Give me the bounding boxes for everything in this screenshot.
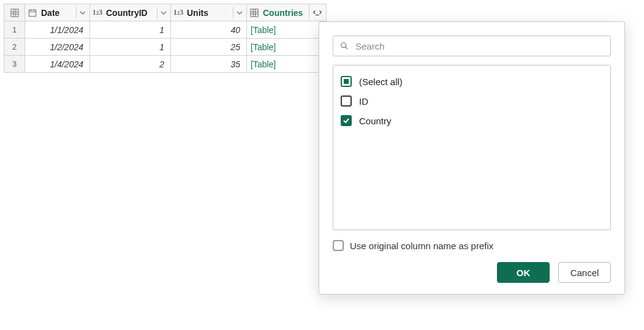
checkbox-label: (Select all): [359, 77, 403, 87]
column-header-countries[interactable]: Countries: [247, 4, 326, 21]
column-checkbox-list: (Select all) ID Country: [333, 65, 611, 230]
expand-icon[interactable]: [309, 4, 325, 21]
ok-button[interactable]: OK: [497, 262, 550, 283]
prefix-checkbox-row[interactable]: Use original column name as prefix: [333, 240, 611, 251]
dropdown-icon[interactable]: [233, 7, 245, 19]
table-icon: [10, 9, 19, 17]
cell-units[interactable]: 25: [171, 39, 247, 56]
checkbox-checked-icon[interactable]: [341, 115, 352, 126]
prefix-label: Use original column name as prefix: [350, 241, 493, 251]
cell-countries[interactable]: [Table]: [247, 39, 327, 56]
svg-rect-0: [10, 9, 18, 16]
table-type-icon: [248, 7, 260, 19]
cell-date[interactable]: 1/4/2024: [25, 56, 90, 73]
svg-line-16: [346, 47, 348, 50]
column-header-units[interactable]: 123 Units: [171, 4, 246, 21]
column-label: Units: [186, 8, 233, 18]
checkbox-unchecked-icon[interactable]: [341, 96, 352, 107]
cell-countryid[interactable]: 2: [90, 56, 171, 73]
cancel-button[interactable]: Cancel: [558, 262, 611, 283]
checkbox-label: ID: [359, 96, 368, 107]
row-index-header[interactable]: [4, 4, 25, 21]
number-type-icon: 123: [172, 7, 184, 19]
cell-countries[interactable]: [Table]: [247, 56, 327, 73]
table-row[interactable]: 2 1/2/2024 1 25 [Table]: [4, 39, 327, 56]
search-input-wrapper[interactable]: [333, 36, 611, 56]
cell-date[interactable]: 1/1/2024: [25, 21, 90, 39]
calendar-icon: [26, 7, 39, 19]
row-number: 1: [4, 21, 25, 39]
row-number: 2: [4, 39, 25, 56]
column-label: CountryID: [105, 8, 157, 18]
dropdown-icon[interactable]: [76, 7, 88, 19]
column-header-countryid[interactable]: 123 CountryID: [90, 4, 170, 21]
checkbox-select-all[interactable]: (Select all): [341, 72, 603, 91]
data-table: Date 123 CountryID: [4, 4, 327, 73]
search-input[interactable]: [354, 40, 604, 52]
cell-date[interactable]: 1/2/2024: [25, 39, 90, 56]
svg-point-15: [341, 43, 346, 48]
table-row[interactable]: 1 1/1/2024 1 40 [Table]: [4, 21, 327, 39]
cell-units[interactable]: 35: [171, 56, 247, 73]
row-number: 3: [4, 56, 25, 73]
checkbox-unchecked-icon[interactable]: [333, 240, 344, 251]
expand-columns-popup: (Select all) ID Country Use original col…: [319, 21, 625, 294]
number-type-icon: 123: [91, 7, 104, 19]
checkbox-country[interactable]: Country: [341, 111, 603, 130]
cell-countryid[interactable]: 1: [90, 21, 171, 39]
column-header-date[interactable]: Date: [25, 4, 89, 21]
search-icon: [339, 41, 349, 51]
column-label: Date: [40, 8, 76, 18]
cell-countryid[interactable]: 1: [90, 39, 171, 56]
svg-rect-5: [29, 10, 36, 17]
dropdown-icon[interactable]: [157, 7, 169, 19]
table-row[interactable]: 3 1/4/2024 2 35 [Table]: [4, 56, 327, 73]
cell-countries[interactable]: [Table]: [247, 21, 327, 39]
button-row: OK Cancel: [333, 262, 611, 283]
column-label: Countries: [262, 8, 309, 18]
svg-rect-9: [251, 9, 258, 16]
checkbox-id[interactable]: ID: [341, 91, 603, 111]
workspace: Date 123 CountryID: [0, 0, 644, 330]
checkbox-label: Country: [359, 116, 392, 126]
checkbox-partial-icon[interactable]: [341, 76, 352, 87]
cell-units[interactable]: 40: [171, 21, 247, 39]
